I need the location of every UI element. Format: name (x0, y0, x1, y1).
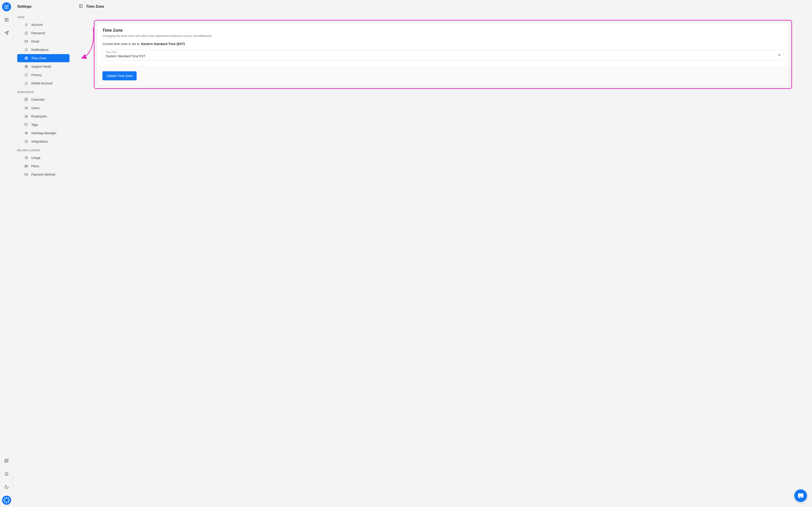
user-icon (24, 23, 28, 26)
bell-icon (24, 48, 28, 52)
select-label: Time Zone (105, 51, 117, 53)
apps-button[interactable] (2, 456, 11, 465)
sidebar-item-label: Time Zone (31, 56, 46, 60)
feed-button[interactable] (2, 15, 11, 24)
update-timezone-button[interactable]: Update Time Zone (102, 71, 137, 80)
svg-marker-55 (778, 55, 780, 56)
sidebar-item-channels[interactable]: Channels (17, 96, 69, 104)
sidebar-item-support-mode[interactable]: Support Mode (17, 62, 69, 71)
sidebar-item-delete-account[interactable]: Delete Account (17, 79, 69, 88)
highlight-annotation: Time Zone Changing the time zone will af… (94, 20, 792, 89)
sidebar-item-payment-method[interactable]: Payment Method (17, 170, 69, 179)
sidebar-item-notifications[interactable]: Notifications (17, 46, 69, 54)
sidebar-item-usage[interactable]: Usage (17, 154, 69, 162)
current-value: Eastern Standard Time (EST) (141, 42, 185, 46)
grid-add-icon (4, 459, 9, 463)
svg-rect-49 (26, 166, 26, 167)
sidebar-item-employees[interactable]: Employees (17, 112, 69, 120)
sidebar-item-account[interactable]: Account (17, 20, 69, 29)
sidebar-item-label: Usage (31, 156, 40, 160)
sidebar-item-label: Support Mode (31, 65, 51, 68)
sidebar-item-label: Tags (31, 123, 38, 126)
globe-icon (24, 56, 28, 60)
sidebar-item-label: Delete Account (31, 81, 53, 85)
card-icon (24, 173, 28, 176)
theme-button[interactable] (2, 483, 11, 492)
annotation-arrow (81, 27, 95, 60)
svg-line-28 (27, 67, 28, 68)
users-icon (24, 106, 28, 110)
sidebar-item-users[interactable]: Users (17, 104, 69, 112)
svg-rect-50 (25, 173, 28, 175)
sidebar-item-password[interactable]: Password (17, 29, 69, 37)
topbar: Time Zone (74, 0, 812, 13)
main-area: Time Zone Time Zone Changing the time zo… (74, 0, 812, 507)
gauge-icon (24, 156, 28, 160)
svg-point-20 (26, 23, 27, 25)
brand-logo-icon (2, 496, 11, 505)
sidebar-item-integrations[interactable]: Integrations (17, 137, 69, 146)
compose-icon (4, 5, 9, 9)
settings-sidebar: Settings USER Account Password Email Not… (13, 0, 74, 507)
intercom-chat-button[interactable] (794, 489, 807, 502)
svg-rect-33 (27, 98, 28, 99)
current-timezone-line: Current time zone is set to: Eastern Sta… (102, 42, 783, 46)
sidebar-item-tags[interactable]: Tags (17, 121, 69, 129)
sidebar-item-label: Hashtag Manager (31, 131, 56, 135)
svg-point-39 (27, 115, 28, 116)
hash-icon (24, 131, 28, 135)
timezone-card: Time Zone Changing the time zone will af… (97, 23, 789, 86)
svg-line-43 (26, 132, 26, 134)
svg-rect-6 (5, 459, 6, 461)
sidebar-item-label: Employees (31, 115, 47, 118)
section-label-billing: BILLING & USAGE (13, 146, 73, 154)
send-icon (4, 31, 9, 35)
mail-icon (24, 40, 28, 43)
tag-icon (24, 123, 28, 126)
sidebar-item-label: Notifications (31, 48, 48, 52)
compose-button[interactable] (2, 2, 11, 11)
svg-rect-16 (6, 502, 7, 503)
sidebar-item-label: Integrations (31, 139, 48, 143)
svg-point-38 (25, 115, 26, 116)
sidebar-item-timezone[interactable]: Time Zone (17, 54, 69, 62)
sidebar-item-label: Users (31, 106, 40, 110)
svg-rect-8 (5, 461, 6, 463)
panel-icon (79, 4, 83, 8)
select-value: Eastern Standard Time EST (106, 54, 145, 58)
sidebar-item-hashtag-manager[interactable]: Hashtag Manager (17, 129, 69, 137)
bell-icon (4, 472, 9, 476)
sidebar-item-label: Privacy (31, 73, 42, 77)
puzzle-icon (24, 139, 28, 143)
svg-rect-32 (25, 98, 26, 99)
plans-icon (24, 164, 28, 168)
svg-rect-7 (7, 459, 8, 461)
svg-point-40 (26, 124, 26, 124)
sidebar-item-plans[interactable]: Plans (17, 162, 69, 170)
send-button[interactable] (2, 29, 11, 38)
svg-rect-14 (8, 500, 10, 501)
sidebar-item-email[interactable]: Email (17, 37, 69, 46)
sidebar-item-privacy[interactable]: Privacy (17, 71, 69, 79)
lock-icon (24, 31, 28, 35)
document-icon (4, 18, 9, 22)
card-subtitle: Changing the time zone will affect time-… (102, 34, 783, 38)
shield-icon (24, 73, 28, 77)
notifications-button[interactable] (2, 469, 11, 478)
panel-toggle-button[interactable] (79, 4, 83, 9)
current-prefix: Current time zone is set to: (102, 42, 141, 46)
page-title: Time Zone (86, 5, 104, 9)
chat-icon (798, 493, 804, 499)
svg-rect-12 (6, 497, 7, 498)
workspace-avatar[interactable] (2, 496, 11, 505)
employees-icon (24, 115, 28, 118)
grid-add-icon (24, 98, 28, 101)
svg-rect-21 (25, 33, 27, 35)
timezone-select[interactable]: Time Zone Eastern Standard Time EST (102, 50, 783, 61)
sidebar-item-label: Payment Method (31, 173, 55, 176)
support-icon (24, 65, 28, 68)
svg-rect-34 (25, 100, 26, 101)
sidebar-item-label: Plans (31, 164, 39, 168)
svg-line-44 (27, 132, 27, 134)
content-area: Time Zone Changing the time zone will af… (74, 13, 812, 507)
